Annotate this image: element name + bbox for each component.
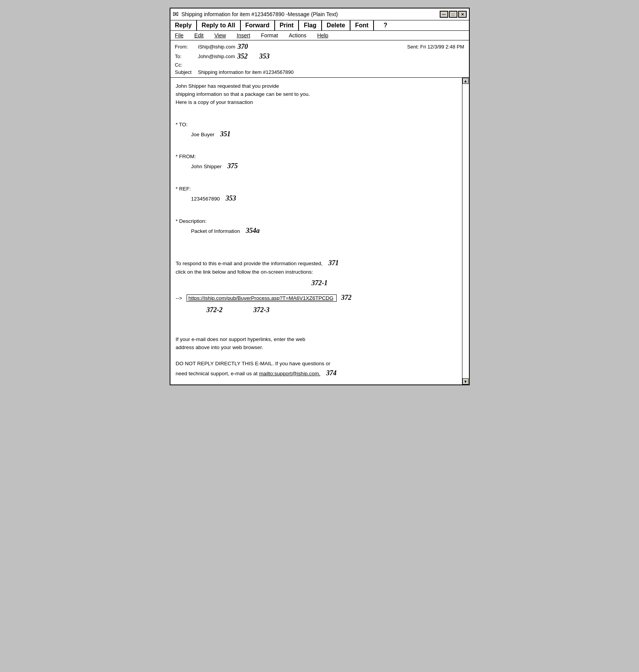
intro-paragraph: John Shipper has requested that you prov…: [176, 82, 464, 107]
close-button[interactable]: ✕: [458, 11, 467, 18]
ref-field-label: * REF:: [176, 185, 464, 193]
buyer-process-link[interactable]: https://iship.com/pub/BuyerProcess.asp?T…: [189, 295, 334, 301]
link-url[interactable]: https://iship.com/pub/BuyerProcess.asp?T…: [187, 294, 337, 302]
respond-annotation: 371: [328, 259, 339, 267]
body-ref-annotation: 353: [226, 194, 236, 202]
footer-annotation: 374: [326, 369, 337, 377]
from-annotation: 370: [238, 43, 248, 51]
body-from-annotation: 375: [227, 162, 238, 170]
footer-text1: If your e-mail does nor support hyperlin…: [176, 336, 305, 342]
support-link[interactable]: mailto:support@iship.com.: [259, 371, 320, 376]
sub-annotations: 372-2 372-3: [207, 305, 464, 316]
window-title: Shipping information for item #123456789…: [182, 11, 437, 17]
footer-text4: need technical support, e-mail us at mai…: [176, 371, 320, 376]
cc-row: Cc:: [175, 61, 464, 69]
menu-format[interactable]: Format: [259, 32, 279, 39]
respond-text2: click on the link below and follow the o…: [176, 269, 313, 275]
maximize-button[interactable]: □: [449, 11, 457, 18]
email-body-container: John Shipper has requested that you prov…: [170, 78, 469, 384]
menu-file[interactable]: File: [174, 32, 185, 39]
scrollbar: ▲ ▼: [462, 78, 469, 384]
to-annotation: 352: [237, 52, 248, 60]
reply-all-button[interactable]: Reply to All: [197, 20, 240, 30]
to-field-value: Joe Buyer 351: [191, 129, 464, 140]
respond-text1: To respond to this e-mail and provide th…: [176, 261, 323, 266]
body-to-annotation: 351: [220, 130, 230, 138]
scroll-down-button[interactable]: ▼: [462, 378, 469, 384]
email-icon: ✉: [173, 10, 179, 18]
email-headers: From: iShip@iship.com 370 Sent: Fri 12/3…: [170, 40, 469, 78]
to-value: John@iship.com: [198, 53, 235, 59]
desc-field-value: Packet of Information 354a: [191, 226, 464, 236]
desc-field-label: * Description:: [176, 217, 464, 226]
email-window: ✉ Shipping information for item #1234567…: [170, 8, 470, 385]
to-annotation2: 353: [259, 52, 270, 60]
to-field-label: * TO:: [176, 121, 464, 129]
sent-value: Sent: Fri 12/3/99 2:48 PM: [407, 44, 464, 50]
menu-insert[interactable]: Insert: [235, 32, 252, 39]
menu-view[interactable]: View: [213, 32, 227, 39]
reply-button[interactable]: Reply: [170, 20, 197, 30]
scroll-up-button[interactable]: ▲: [462, 78, 469, 84]
menu-actions[interactable]: Actions: [287, 32, 308, 39]
from-section: * FROM: John Shipper 375: [176, 153, 464, 172]
from-field-label: * FROM:: [176, 153, 464, 161]
respond-section: To respond to this e-mail and provide th…: [176, 258, 464, 277]
cc-label: Cc:: [175, 62, 198, 68]
footer-section: If your e-mail does nor support hyperlin…: [176, 336, 464, 379]
menubar: File Edit View Insert Format Actions Hel…: [170, 31, 469, 40]
window-controls: — □ ✕: [440, 11, 467, 18]
to-row: To: John@iship.com 352 353: [175, 52, 464, 61]
subject-row: Subject Shipping information for item #1…: [175, 69, 464, 76]
delete-button[interactable]: Delete: [322, 20, 350, 30]
from-field-value: John Shipper 375: [191, 161, 464, 172]
toolbar: Reply Reply to All Forward Print Flag De…: [170, 20, 469, 31]
to-section: * TO: Joe Buyer 351: [176, 121, 464, 140]
link-annotation: 372: [341, 294, 352, 301]
subject-label: Subject: [175, 69, 198, 75]
desc-section: * Description: Packet of Information 354…: [176, 217, 464, 236]
ref-section: * REF: 1234567890 353: [176, 185, 464, 204]
help-button[interactable]: ?: [374, 20, 397, 30]
menu-help[interactable]: Help: [316, 32, 330, 39]
from-value: iShip@iship.com: [198, 44, 235, 50]
from-row: From: iShip@iship.com 370 Sent: Fri 12/3…: [175, 42, 464, 52]
subject-value: Shipping information for item #123456789…: [198, 69, 294, 75]
footer-text3: DO NOT REPLY DIRECTLY THIS E-MAIL. If yo…: [176, 361, 330, 366]
annotation-372-2: 372-2: [207, 305, 223, 316]
footer-text2: address above into your web browser.: [176, 344, 263, 350]
minimize-button[interactable]: —: [440, 11, 448, 18]
link-prefix: -->: [176, 295, 182, 301]
link-section: --> https://iship.com/pub/BuyerProcess.a…: [176, 293, 464, 303]
body-desc-annotation: 354a: [246, 227, 260, 234]
print-button[interactable]: Print: [275, 20, 299, 30]
email-body: John Shipper has requested that you prov…: [170, 78, 469, 384]
to-label: To:: [175, 53, 198, 59]
title-bar: ✉ Shipping information for item #1234567…: [170, 8, 469, 20]
menu-edit[interactable]: Edit: [193, 32, 205, 39]
forward-button[interactable]: Forward: [241, 20, 275, 30]
ref-field-value: 1234567890 353: [191, 193, 464, 204]
from-label: From:: [175, 44, 198, 50]
annotation-372-3: 372-3: [254, 305, 270, 316]
font-button[interactable]: Font: [350, 20, 374, 30]
annotation-372-1: 372-1: [176, 278, 464, 289]
flag-button[interactable]: Flag: [299, 20, 322, 30]
